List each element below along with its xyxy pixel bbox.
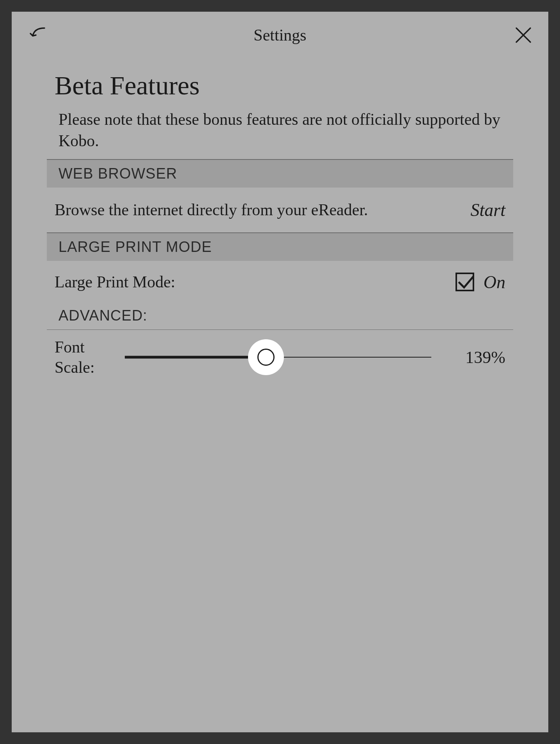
large-print-mode-label: Large Print Mode: bbox=[55, 273, 175, 291]
large-print-mode-checkbox[interactable] bbox=[455, 273, 474, 291]
back-arrow-icon bbox=[27, 24, 49, 46]
web-browser-row: Browse the internet directly from your e… bbox=[12, 188, 548, 232]
large-print-mode-row: Large Print Mode: On bbox=[12, 261, 548, 296]
web-browser-description: Browse the internet directly from your e… bbox=[55, 199, 368, 221]
settings-screen: Settings Beta Features Please note that … bbox=[12, 12, 548, 732]
font-scale-slider[interactable] bbox=[125, 342, 431, 373]
advanced-label: ADVANCED: bbox=[12, 296, 548, 329]
header-bar: Settings bbox=[12, 12, 548, 58]
font-scale-label: Font Scale: bbox=[55, 337, 109, 378]
close-button[interactable] bbox=[514, 26, 533, 44]
slider-fill bbox=[125, 356, 266, 359]
slider-thumb[interactable] bbox=[248, 339, 284, 375]
font-scale-row: Font Scale: 139% bbox=[12, 330, 548, 378]
back-button[interactable] bbox=[27, 24, 49, 46]
slider-thumb-inner-icon bbox=[257, 349, 275, 366]
large-print-mode-state: On bbox=[484, 272, 505, 292]
web-browser-start-button[interactable]: Start bbox=[471, 200, 505, 220]
content-area: Beta Features Please note that these bon… bbox=[12, 58, 548, 378]
large-print-mode-control: On bbox=[455, 272, 505, 292]
page-title: Beta Features bbox=[12, 70, 548, 109]
section-header-web-browser: WEB BROWSER bbox=[47, 159, 513, 188]
checkmark-icon bbox=[456, 273, 475, 292]
header-title: Settings bbox=[253, 26, 306, 44]
close-icon bbox=[514, 26, 533, 44]
section-header-large-print: LARGE PRINT MODE bbox=[47, 232, 513, 261]
font-scale-value: 139% bbox=[447, 347, 505, 367]
page-subtitle: Please note that these bonus features ar… bbox=[12, 109, 548, 159]
